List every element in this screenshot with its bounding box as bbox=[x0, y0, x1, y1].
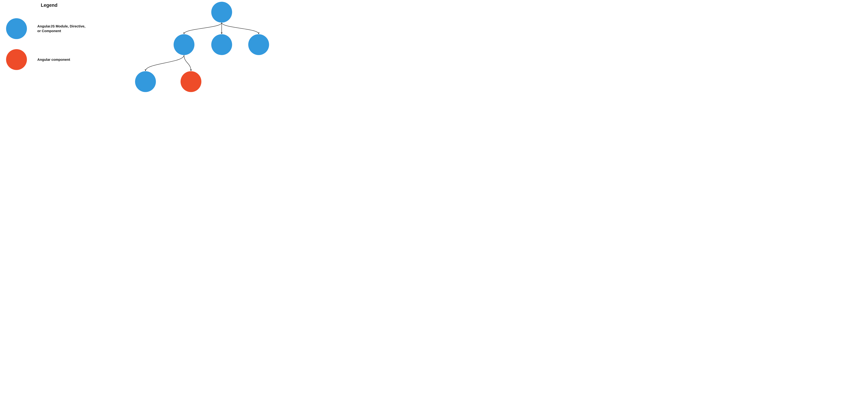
legend-label-angular: Angular component bbox=[37, 57, 70, 62]
tree-edges bbox=[146, 23, 259, 71]
tree-node-l1b bbox=[211, 34, 232, 55]
legend-row-angular: Angular component bbox=[6, 49, 70, 70]
legend-label-angularjs: AngularJS Module, Directive, or Componen… bbox=[37, 24, 89, 33]
diagram-canvas: Legend AngularJS Module, Directive, or C… bbox=[0, 0, 274, 95]
legend-title: Legend bbox=[41, 3, 58, 8]
legend-swatch-blue-icon bbox=[6, 18, 27, 39]
edge-l1a-to-l2a bbox=[146, 55, 184, 71]
tree-node-l2b bbox=[181, 71, 202, 92]
edge-root-to-l1c bbox=[222, 23, 259, 34]
tree-node-l1a bbox=[174, 34, 194, 55]
edge-root-to-l1a bbox=[184, 23, 222, 34]
edge-l1a-to-l2b bbox=[184, 55, 191, 71]
legend-row-angularjs: AngularJS Module, Directive, or Componen… bbox=[6, 18, 89, 39]
tree-node-root bbox=[211, 2, 232, 23]
tree-node-l2a bbox=[135, 71, 156, 92]
legend-swatch-orange-icon bbox=[6, 49, 27, 70]
tree-node-l1c bbox=[248, 34, 269, 55]
